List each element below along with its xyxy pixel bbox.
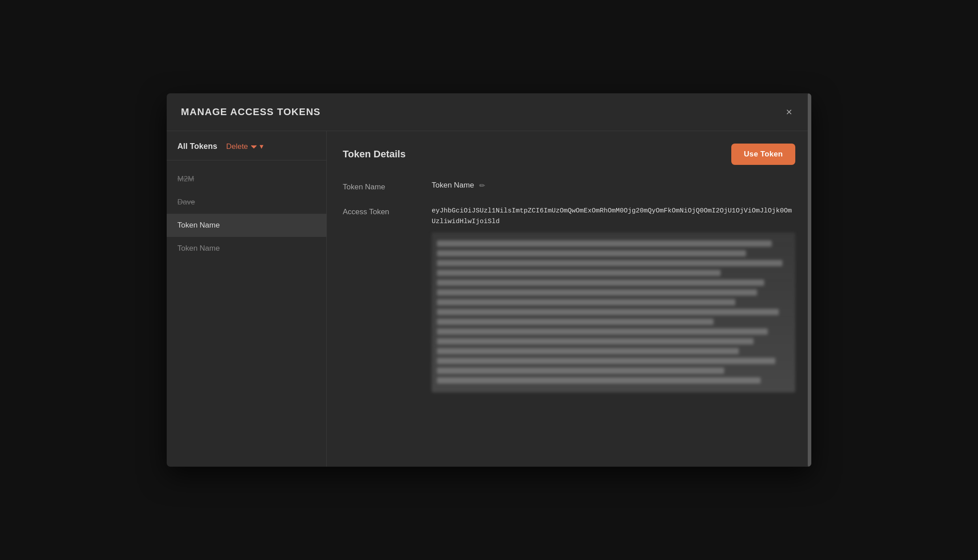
sidebar: All Tokens Delete ▾ M2M Dave Token Name … xyxy=(167,131,327,467)
close-button[interactable]: × xyxy=(781,104,797,120)
list-item[interactable]: Token Name xyxy=(167,214,326,237)
all-tokens-label: All Tokens xyxy=(177,142,217,151)
modal-title: MANAGE ACCESS TOKENS xyxy=(181,106,321,118)
list-item[interactable]: Token Name xyxy=(167,237,326,260)
access-token-value: eyJhbGciOiJSUzl1NilsImtpZCI6ImUzOmQwOmEx… xyxy=(432,206,795,227)
use-token-button[interactable]: Use Token xyxy=(731,144,795,165)
main-content: Token Details Use Token Token Name Token… xyxy=(327,131,811,467)
token-name-label: Token Name xyxy=(343,181,414,192)
content-header: Token Details Use Token xyxy=(343,144,795,165)
token-name-field: Token Name Token Name ✏ xyxy=(343,181,795,192)
token-name-row: Token Name ✏ xyxy=(432,181,795,190)
modal-body: All Tokens Delete ▾ M2M Dave Token Name … xyxy=(167,131,811,467)
delete-button[interactable]: Delete ▾ xyxy=(226,142,264,151)
token-details-title: Token Details xyxy=(343,148,405,160)
chevron-text: ▾ xyxy=(260,142,264,151)
scrollbar[interactable] xyxy=(808,131,811,467)
scrollbar-thumb[interactable] xyxy=(808,131,811,467)
token-list: M2M Dave Token Name Token Name xyxy=(167,168,326,260)
modal-dialog: MANAGE ACCESS TOKENS × All Tokens Delete… xyxy=(167,93,811,467)
list-item[interactable]: Dave xyxy=(167,191,326,214)
modal-header: MANAGE ACCESS TOKENS × xyxy=(167,93,811,131)
access-token-field: Access Token eyJhbGciOiJSUzl1NilsImtpZCI… xyxy=(343,206,795,392)
access-token-label: Access Token xyxy=(343,206,414,216)
list-item[interactable]: M2M xyxy=(167,168,326,191)
edit-icon[interactable]: ✏ xyxy=(479,181,485,190)
token-name-value: Token Name xyxy=(432,181,474,190)
blurred-token-section xyxy=(432,232,795,392)
sidebar-top: All Tokens Delete ▾ xyxy=(167,142,326,160)
chevron-down-icon xyxy=(251,144,257,150)
